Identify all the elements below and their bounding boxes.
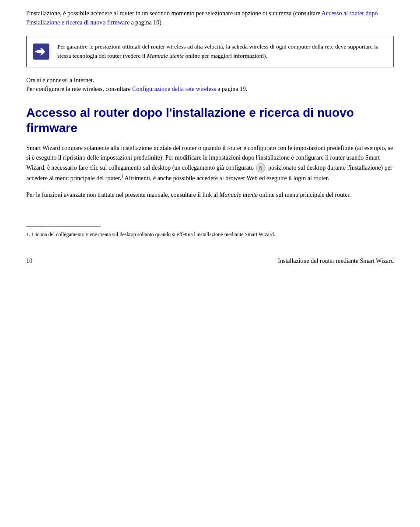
- footnote-number: 1.: [26, 231, 30, 237]
- footnote-text-content: L'icona del collegamento viene creata su…: [30, 231, 275, 237]
- page-container: l'installazione, è possibile accedere al…: [0, 0, 420, 273]
- note-text-after: online per maggiori informazioni).: [184, 52, 267, 59]
- footer-title: Installazione del router mediante Smart …: [278, 258, 394, 265]
- para2-after: online sul menu principale del router.: [258, 192, 351, 198]
- para1-end: Altrimenti, è anche possibile accedere a…: [123, 175, 329, 181]
- netgear-icon: N: [256, 163, 266, 173]
- page-footer: 10 Installazione del router mediante Sma…: [26, 258, 394, 265]
- footnote-divider: [26, 227, 101, 227]
- body-paragraph-1: Smart Wizard compare solamente alla inst…: [26, 143, 394, 184]
- configure-text-after: a pagina 19.: [216, 86, 248, 92]
- configure-text: Per configurare la rete wireless, consul…: [26, 86, 394, 93]
- section-heading: Accesso al router dopo l'installazione e…: [26, 105, 394, 136]
- para2-italic: Manuale utente: [220, 192, 258, 198]
- svg-text:N: N: [259, 166, 262, 171]
- para2-text: Per le funzioni avanzate non trattate ne…: [26, 192, 220, 198]
- intro-paragraph: l'installazione, è possibile accedere al…: [26, 9, 394, 27]
- footnote: 1. L'icona del collegamento viene creata…: [26, 230, 394, 238]
- intro-text-after: a pagina 10).: [130, 19, 163, 26]
- configure-link[interactable]: Configurazione della rete wireless: [132, 86, 216, 92]
- note-italic: Manuale utente: [147, 52, 184, 59]
- body-paragraph-2: Per le funzioni avanzate non trattate ne…: [26, 190, 394, 200]
- configure-text-before: Per configurare la rete wireless, consul…: [26, 86, 132, 92]
- note-icon: [33, 43, 49, 60]
- intro-text-before: l'installazione, è possibile accedere al…: [26, 10, 322, 17]
- note-box: Per garantire le prestazioni ottimali de…: [26, 36, 394, 67]
- page-number: 10: [26, 258, 32, 265]
- connected-text: Ora si è connessi a Internet.: [26, 77, 394, 84]
